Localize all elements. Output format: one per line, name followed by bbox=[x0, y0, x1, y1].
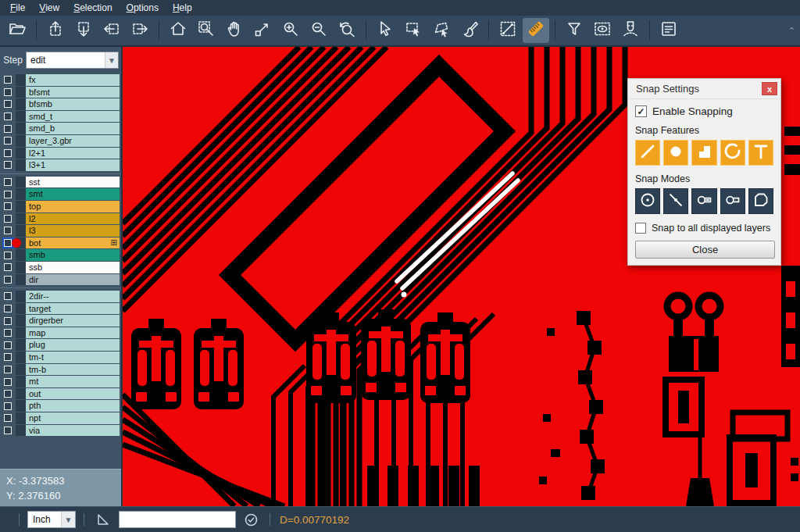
toolbar-overflow-icon[interactable]: ⌃ bbox=[788, 26, 795, 36]
menu-help[interactable]: Help bbox=[166, 0, 199, 16]
command-input[interactable] bbox=[119, 511, 236, 528]
layer-checkbox[interactable] bbox=[4, 414, 12, 422]
layer-checkbox[interactable] bbox=[4, 305, 12, 312]
zoom-out-button[interactable] bbox=[305, 18, 332, 43]
dialog-titlebar[interactable]: Snap Settings x bbox=[628, 79, 780, 99]
layer-checkbox[interactable] bbox=[4, 88, 12, 96]
layer-checkbox[interactable] bbox=[4, 341, 12, 349]
layer-label[interactable]: bfsmt bbox=[26, 87, 120, 98]
layer-label[interactable]: l2 bbox=[26, 213, 120, 225]
apply-check-icon[interactable] bbox=[244, 512, 259, 527]
layer-checkbox[interactable] bbox=[4, 125, 12, 133]
layer-label[interactable]: smt bbox=[26, 188, 120, 200]
layer-checkbox[interactable] bbox=[4, 239, 12, 247]
angle-measure-icon[interactable] bbox=[95, 512, 111, 527]
menu-selection[interactable]: Selection bbox=[66, 0, 119, 16]
paint-brush-button[interactable] bbox=[456, 18, 483, 43]
snap-surface-button[interactable] bbox=[691, 140, 716, 166]
layer-label[interactable]: top bbox=[26, 201, 120, 212]
layer-label[interactable]: smb bbox=[26, 249, 120, 261]
layer-label[interactable]: mt bbox=[26, 376, 120, 387]
layer-label[interactable]: plug bbox=[26, 339, 120, 351]
pan-hand-button[interactable] bbox=[221, 18, 248, 43]
layer-checkbox[interactable] bbox=[4, 215, 12, 223]
enable-snapping-checkbox[interactable]: ✓ bbox=[635, 105, 647, 117]
layer-checkbox[interactable] bbox=[4, 161, 12, 169]
layer-label[interactable]: tm-t bbox=[26, 352, 120, 363]
layer-checkbox[interactable] bbox=[4, 112, 12, 120]
snap-magnet-button[interactable] bbox=[617, 18, 644, 43]
layer-label[interactable]: target bbox=[26, 303, 120, 315]
layer-label[interactable]: dirgerber bbox=[26, 315, 120, 327]
layer-checkbox[interactable] bbox=[4, 178, 12, 186]
menu-view[interactable]: View bbox=[32, 0, 66, 16]
layer-label[interactable]: tm-b bbox=[26, 364, 120, 376]
shift-up-button[interactable] bbox=[42, 18, 69, 43]
shift-right-button[interactable] bbox=[127, 18, 153, 43]
layer-label[interactable]: dir bbox=[26, 274, 120, 286]
layer-label[interactable]: ssb bbox=[26, 262, 120, 273]
layer-checkbox[interactable] bbox=[4, 227, 12, 234]
step-dropdown[interactable]: edit ▼ bbox=[26, 52, 119, 69]
layer-checkbox[interactable] bbox=[4, 276, 12, 284]
mode-line-point-button[interactable] bbox=[663, 188, 688, 214]
select-polygon-button[interactable] bbox=[428, 18, 455, 43]
layer-label[interactable]: pth bbox=[26, 400, 120, 412]
layer-label[interactable]: smd_b bbox=[26, 123, 120, 134]
mode-center-button[interactable] bbox=[635, 188, 660, 214]
layer-label[interactable]: l3 bbox=[26, 225, 120, 237]
layer-checkbox[interactable] bbox=[4, 149, 12, 157]
layer-checkbox[interactable] bbox=[4, 202, 12, 210]
layer-checkbox[interactable] bbox=[4, 329, 12, 337]
layer-checkbox[interactable] bbox=[4, 317, 12, 325]
layer-label[interactable]: bot⊞ bbox=[26, 237, 120, 249]
layer-checkbox[interactable] bbox=[4, 100, 12, 108]
layer-checkbox[interactable] bbox=[4, 366, 12, 373]
layer-label[interactable]: smd_t bbox=[26, 111, 120, 123]
move-view-button[interactable] bbox=[249, 18, 276, 43]
close-icon[interactable]: x bbox=[762, 82, 777, 95]
layer-label[interactable]: bfsmb bbox=[26, 98, 120, 110]
all-layers-checkbox[interactable] bbox=[635, 223, 646, 234]
mode-pad-button[interactable] bbox=[691, 188, 716, 214]
zoom-in-button[interactable] bbox=[277, 18, 304, 43]
layer-checkbox[interactable] bbox=[4, 353, 12, 361]
units-dropdown[interactable]: Inch ▼ bbox=[27, 511, 76, 528]
layer-checkbox[interactable] bbox=[4, 137, 12, 145]
layer-label[interactable]: npt bbox=[26, 412, 120, 424]
layer-label[interactable]: out bbox=[26, 388, 120, 400]
home-view-button[interactable] bbox=[165, 18, 191, 43]
layer-checkbox[interactable] bbox=[4, 191, 12, 198]
select-pointer-button[interactable] bbox=[372, 18, 398, 43]
layer-checkbox[interactable] bbox=[4, 378, 12, 386]
select-rectangle-button[interactable] bbox=[400, 18, 427, 43]
zoom-previous-button[interactable] bbox=[334, 18, 360, 43]
shift-down-button[interactable] bbox=[70, 18, 97, 43]
mode-hole-button[interactable] bbox=[720, 188, 745, 214]
display-options-button[interactable] bbox=[589, 18, 616, 43]
layers-form-button[interactable] bbox=[655, 18, 682, 43]
layer-checkbox[interactable] bbox=[4, 252, 12, 259]
layer-checkbox[interactable] bbox=[4, 427, 12, 434]
layer-label[interactable]: l3+1 bbox=[26, 159, 120, 171]
layer-label[interactable]: sst bbox=[26, 177, 120, 188]
open-folder-button[interactable] bbox=[4, 18, 30, 43]
layer-label[interactable]: fx bbox=[26, 74, 120, 86]
shift-left-button[interactable] bbox=[98, 18, 125, 43]
menu-options[interactable]: Options bbox=[120, 0, 166, 16]
layer-checkbox[interactable] bbox=[4, 402, 12, 410]
snap-pad-button[interactable] bbox=[663, 140, 688, 166]
layer-label[interactable]: 2dir-- bbox=[26, 291, 120, 302]
ruler-button[interactable] bbox=[523, 18, 549, 43]
layer-label[interactable]: via bbox=[26, 425, 120, 437]
snap-text-button[interactable] bbox=[748, 140, 773, 166]
layer-label[interactable]: l2+1 bbox=[26, 148, 120, 159]
filter-button[interactable] bbox=[561, 18, 588, 43]
layer-checkbox[interactable] bbox=[4, 76, 12, 84]
layer-checkbox[interactable] bbox=[4, 390, 12, 398]
menu-file[interactable]: File bbox=[3, 0, 32, 16]
grid-icon[interactable]: ⊞ bbox=[111, 237, 117, 249]
snap-line-button[interactable] bbox=[635, 140, 660, 166]
snap-arc-button[interactable] bbox=[720, 140, 745, 166]
layer-checkbox[interactable] bbox=[4, 263, 12, 271]
